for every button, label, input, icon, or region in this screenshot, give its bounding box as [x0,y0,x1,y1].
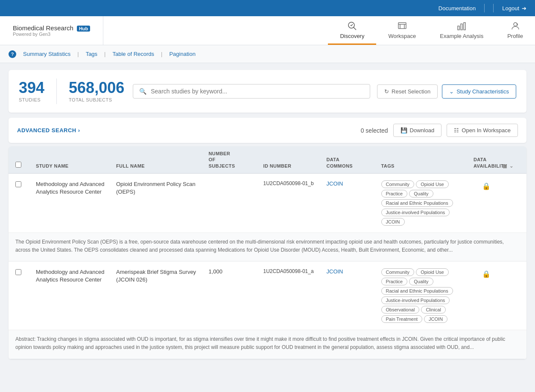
subjects-count: 568,006 [69,80,124,96]
row1-description: The Opioid Environment Policy Scan (OEPS… [9,232,526,261]
row1-data-commons[interactable]: JCOIN [327,180,378,187]
chevron-down-icon: ⌄ [449,88,454,95]
tag-quality[interactable]: Quality [409,190,433,197]
tag-clinical[interactable]: Clinical [421,306,445,314]
subnav-table[interactable]: Table of Records [113,51,155,57]
top-bar: Documentation Logout ➔ [0,0,535,16]
row1-data-availability: 🔒 [474,180,499,190]
tag-community[interactable]: Community [381,180,415,188]
study-characteristics-button[interactable]: ⌄ Study Characteristics [442,84,516,99]
row2-data-availability: 🔒 [474,268,499,278]
stat-divider [56,78,57,104]
row2-study-name: Methodology and Advanced Analytics Resou… [36,268,113,284]
row2-checkbox[interactable] [15,269,21,275]
nav-label-example-analysis: Example Analysis [440,33,483,39]
table-row: Methodology and Advanced Analytics Resou… [9,174,526,232]
nav-label-profile: Profile [507,33,523,39]
filter-icon[interactable]: ▦ [503,163,507,169]
search-box: 🔍 [133,84,370,99]
selected-count: 0 selected [361,127,388,134]
svg-rect-2 [398,23,406,29]
col-num-subjects: NUMBEROFSUBJECTS [209,151,260,169]
tag-practice-2[interactable]: Practice [381,278,408,285]
nav-label-workspace: Workspace [388,33,416,39]
svg-rect-4 [461,24,462,30]
row1-checkbox-cell [15,180,32,187]
nav-item-workspace[interactable]: Workspace [376,16,428,45]
svg-line-1 [354,27,356,30]
tag-practice[interactable]: Practice [381,190,408,197]
download-button[interactable]: 💾 Download [393,124,442,137]
col-id-number: ID NUMBER [263,163,323,169]
tag-observational[interactable]: Observational [381,306,420,314]
expand-icon[interactable]: ⌄ [509,163,513,169]
reset-button[interactable]: ↻ Reset Selection [377,84,438,99]
stats-card: 394 Studies 568,006 Total Subjects 🔍 ↻ R… [9,70,526,113]
main-nav: Biomedical Research Hub Powered by Gen3 … [0,16,535,45]
subjects-stat: 568,006 Total Subjects [69,80,124,102]
row2-num-subjects: 1,000 [209,268,260,275]
col-data-availability: DATAAVAILABILITY [474,157,499,169]
help-icon[interactable]: ? [9,50,16,58]
logo: Biomedical Research Hub Powered by Gen3 [0,16,103,45]
example-analysis-icon [456,21,467,31]
results-right: 0 selected 💾 Download ☷ Open In Workspac… [361,124,518,137]
tag-quality-2[interactable]: Quality [409,278,433,285]
nav-item-discovery[interactable]: Discovery [328,16,376,45]
tag-jcoin-2[interactable]: JCOIN [424,315,447,323]
table-row: Methodology and Advanced Analytics Resou… [9,261,526,330]
top-bar-divider [484,4,485,12]
row2-tags: Community Opioid Use Practice Quality Ra… [381,268,471,323]
nav-item-profile[interactable]: Profile [495,16,535,45]
select-all-checkbox[interactable] [15,162,21,168]
nav-items: Discovery Workspace Example Analysis [328,16,535,45]
row1-id-number: 1U2CDA050098-01_b [263,180,323,186]
advanced-search-button[interactable]: ADVANCED SEARCH › [17,127,80,134]
documentation-link[interactable]: Documentation [439,5,476,12]
filter-buttons: ↻ Reset Selection ⌄ Study Characteristic… [377,84,516,99]
table-row-group-1: Methodology and Advanced Analytics Resou… [9,174,526,261]
row2-full-name: Amerispeak Brief Stigma Survey (JCOIN 02… [116,268,205,284]
tag-jcoin[interactable]: JCOIN [381,218,405,226]
tag-pain-treatment[interactable]: Pain Treatment [381,315,423,323]
table-row-group-2: Methodology and Advanced Analytics Resou… [9,261,526,359]
workspace-open-icon: ☷ [454,127,459,134]
tag-community-2[interactable]: Community [381,268,415,276]
profile-icon [510,21,520,31]
row1-study-name: Methodology and Advanced Analytics Resou… [36,180,113,196]
subnav-summary[interactable]: Summary Statistics [23,51,70,57]
svg-rect-5 [464,23,465,30]
main-content: 394 Studies 568,006 Total Subjects 🔍 ↻ R… [0,63,535,366]
open-workspace-button[interactable]: ☷ Open In Workspace [447,124,518,137]
tag-justice-2[interactable]: Justice-involved Populations [381,296,450,304]
discovery-icon [347,21,357,31]
tag-opioid-use-2[interactable]: Opioid Use [416,268,448,276]
tag-racial[interactable]: Racial and Ethnic Populations [381,199,453,207]
row1-checkbox[interactable] [15,181,21,187]
svg-point-6 [514,23,517,26]
download-icon: 💾 [401,127,407,134]
nav-label-discovery: Discovery [340,33,364,39]
studies-count: 394 [19,80,44,96]
tag-racial-2[interactable]: Racial and Ethnic Populations [381,287,453,295]
reset-icon: ↻ [384,88,389,95]
sub-nav: ? Summary Statistics | Tags | Table of R… [0,45,535,63]
tag-opioid-use[interactable]: Opioid Use [416,180,448,188]
subjects-label: Total Subjects [69,97,124,102]
lock-icon-2: 🔒 [482,270,491,278]
nav-item-example-analysis[interactable]: Example Analysis [428,16,495,45]
powered-by: Powered by Gen3 [13,32,90,37]
hub-badge: Hub [77,26,90,32]
table-header: STUDY NAME FULL NAME NUMBEROFSUBJECTS ID… [9,146,526,174]
row2-checkbox-cell [15,268,32,275]
search-input[interactable] [151,88,364,95]
tag-justice[interactable]: Justice-involved Populations [381,209,450,216]
subnav-pagination[interactable]: Pagination [169,51,195,57]
top-bar-divider2 [493,4,494,12]
subnav-tags[interactable]: Tags [86,51,97,57]
search-area: 🔍 [133,84,370,99]
results-bar: ADVANCED SEARCH › 0 selected 💾 Download … [9,118,526,143]
col-full-name: FULL NAME [116,163,205,169]
row2-data-commons[interactable]: JCOIN [327,268,378,275]
logout-link[interactable]: Logout ➔ [502,5,526,12]
